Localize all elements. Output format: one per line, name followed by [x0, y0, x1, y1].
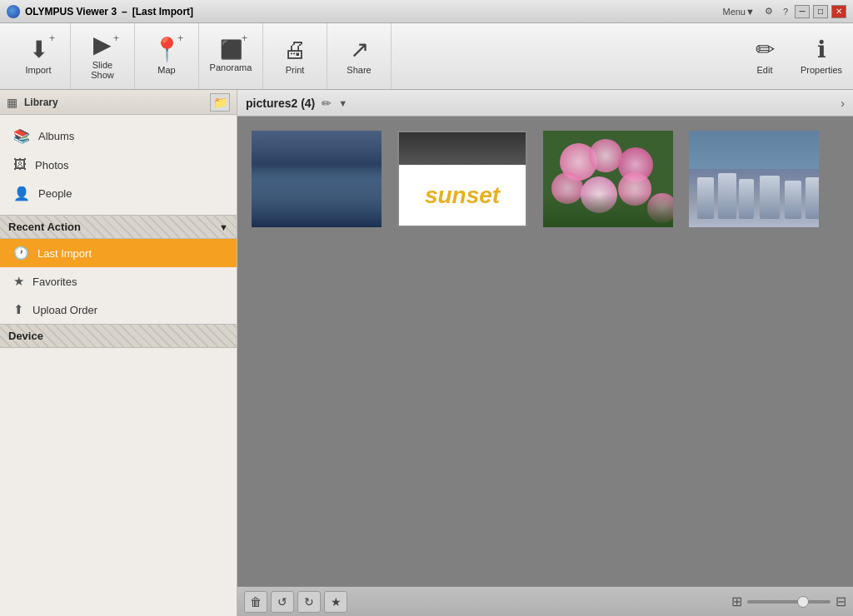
import-icon: ⬇	[29, 38, 48, 62]
action-items: 🕐 Last Import ★ Favorites ⬆ Upload Order	[0, 239, 237, 324]
print-label: Print	[286, 65, 305, 75]
grid-small-icon[interactable]: ⊞	[731, 594, 742, 609]
slideshow-icon: ▶	[93, 33, 112, 57]
sidebar-navigation: 📚 Albums 🖼 Photos 👤 People	[0, 115, 237, 215]
share-label: Share	[347, 65, 371, 75]
zoom-slider-container	[747, 600, 831, 604]
device-label: Device	[8, 330, 43, 342]
device-section-header[interactable]: Device	[0, 324, 237, 348]
zoom-thumb[interactable]	[797, 596, 809, 608]
albums-label: Albums	[38, 130, 74, 142]
panorama-group: + ⬛ Panorama	[199, 23, 263, 89]
star-icon: ★	[13, 274, 24, 289]
sidebar-header: ▦ Library 📁	[0, 90, 237, 115]
last-import-label: Last Import	[37, 247, 92, 260]
favorite-button[interactable]: ★	[324, 591, 347, 613]
clock-icon: 🕐	[13, 246, 29, 261]
help-button[interactable]: ?	[780, 5, 791, 18]
photos-icon: 🖼	[13, 157, 27, 172]
delete-icon: 🗑	[250, 595, 262, 609]
sunset-top	[399, 132, 526, 165]
import-label: Import	[25, 65, 51, 75]
rotate-left-icon: ↺	[277, 595, 287, 609]
section-chevron-icon: ▼	[219, 222, 228, 232]
slideshow-plus-icon: +	[113, 32, 119, 44]
app-icon	[7, 5, 20, 18]
content-dropdown-icon[interactable]: ▼	[338, 98, 347, 108]
folder-button[interactable]: 📁	[210, 93, 230, 112]
scroll-right-icon[interactable]: ›	[841, 97, 845, 110]
main-content: ▦ Library 📁 📚 Albums 🖼 Photos 👤 People R…	[0, 90, 853, 616]
people-label: People	[38, 187, 72, 200]
winter-visual	[689, 131, 819, 227]
map-label: Map	[157, 65, 175, 75]
library-grid-icon: ▦	[7, 96, 17, 109]
toolbar-right: ✏ Edit ℹ Properties	[740, 27, 846, 86]
recent-action-section-header[interactable]: Recent Action ▼	[0, 215, 237, 239]
content-title: pictures2 (4)	[246, 97, 315, 110]
photo-grid: sunset	[237, 117, 853, 586]
photo-thumb-sunset[interactable]: sunset	[396, 129, 529, 229]
content-area: pictures2 (4) ✏ ▼ › sunset	[237, 90, 853, 616]
photo-thumb-flowers[interactable]	[541, 129, 675, 229]
bottom-right-controls: ⊞ ⊟	[731, 594, 846, 609]
recent-action-label: Recent Action	[8, 221, 81, 233]
panorama-button[interactable]: + ⬛ Panorama	[206, 27, 256, 86]
sidebar-item-photos[interactable]: 🖼 Photos	[0, 151, 237, 179]
close-button[interactable]: ✕	[831, 5, 846, 18]
panorama-label: Panorama	[210, 62, 252, 72]
app-name: OLYMPUS Viewer 3	[25, 6, 117, 17]
import-button[interactable]: + ⬇ Import	[13, 27, 63, 86]
favorites-label: Favorites	[32, 276, 77, 288]
toolbar: + ⬇ Import + ▶ Slide Show + 📍 Map + ⬛ Pa…	[0, 23, 853, 90]
edit-button[interactable]: ✏ Edit	[740, 27, 790, 86]
sunset-visual: sunset	[397, 131, 527, 227]
photo-thumb-winter[interactable]: ★	[687, 129, 821, 229]
slideshow-button[interactable]: + ▶ Slide Show	[77, 27, 127, 86]
favorites-item[interactable]: ★ Favorites	[0, 267, 237, 296]
settings-button[interactable]: ⚙	[761, 4, 776, 18]
photo-sunset-image: sunset	[397, 131, 527, 227]
zoom-slider[interactable]	[747, 600, 831, 604]
sunset-text: sunset	[399, 165, 526, 226]
print-button[interactable]: 🖨 Print	[270, 27, 320, 86]
maximize-button[interactable]: □	[813, 5, 828, 18]
photos-label: Photos	[35, 159, 68, 171]
map-button[interactable]: + 📍 Map	[142, 27, 192, 86]
grid-large-icon[interactable]: ⊟	[836, 594, 846, 609]
menu-button[interactable]: Menu▼	[719, 5, 757, 18]
sidebar: ▦ Library 📁 📚 Albums 🖼 Photos 👤 People R…	[0, 90, 237, 616]
properties-label: Properties	[801, 65, 842, 75]
upload-order-label: Upload Order	[32, 304, 97, 316]
content-edit-icon[interactable]: ✏	[322, 97, 332, 110]
title-bar: OLYMPUS Viewer 3 – [Last Import] Menu▼ ⚙…	[0, 0, 853, 23]
minimize-button[interactable]: ─	[795, 5, 810, 18]
photo-flowers-image	[543, 131, 673, 227]
mountains-visual	[252, 131, 382, 227]
print-icon: 🖨	[283, 38, 307, 62]
sidebar-item-albums[interactable]: 📚 Albums	[0, 122, 237, 151]
rotate-right-button[interactable]: ↻	[297, 591, 321, 613]
sidebar-item-people[interactable]: 👤 People	[0, 179, 237, 208]
delete-button[interactable]: 🗑	[244, 591, 267, 613]
last-import-item[interactable]: 🕐 Last Import	[0, 239, 237, 267]
upload-order-item[interactable]: ⬆ Upload Order	[0, 296, 237, 324]
rotate-left-button[interactable]: ↺	[271, 591, 294, 613]
panorama-icon: ⬛	[220, 41, 242, 59]
share-button[interactable]: ↗ Share	[334, 27, 384, 86]
bottom-toolbar: 🗑 ↺ ↻ ★ ⊞ ⊟	[237, 586, 853, 616]
import-plus-icon: +	[49, 32, 55, 44]
properties-icon: ℹ	[817, 38, 826, 62]
upload-icon: ⬆	[13, 302, 24, 317]
slideshow-label: Slide Show	[81, 60, 124, 80]
share-icon: ↗	[350, 38, 369, 62]
map-group: + 📍 Map	[135, 23, 199, 89]
people-icon: 👤	[13, 186, 30, 201]
slideshow-group: + ▶ Slide Show	[71, 23, 135, 89]
photo-thumb-mountains[interactable]	[250, 129, 383, 229]
print-group: 🖨 Print	[263, 23, 327, 89]
albums-icon: 📚	[13, 128, 30, 144]
photo-mountains-image	[252, 131, 382, 227]
properties-button[interactable]: ℹ Properties	[796, 27, 846, 86]
rotate-right-icon: ↻	[304, 595, 314, 609]
